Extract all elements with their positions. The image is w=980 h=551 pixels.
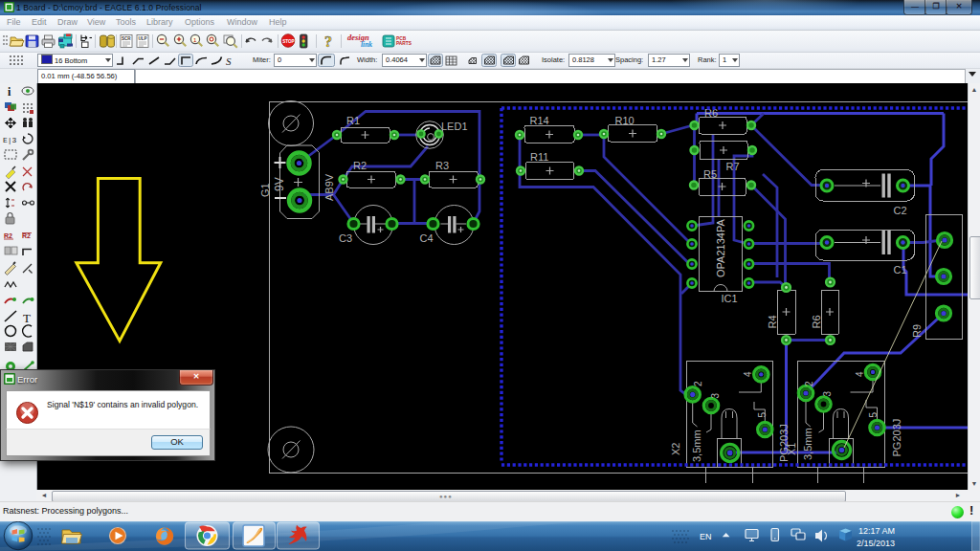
svg-text:4: 4 <box>743 371 753 377</box>
svg-text:R9: R9 <box>911 324 923 338</box>
svg-text:OPA2134PA: OPA2134PA <box>715 219 726 277</box>
svg-text:R3: R3 <box>435 160 449 171</box>
svg-text:9V: 9V <box>273 177 286 191</box>
svg-text:IC1: IC1 <box>722 293 738 304</box>
svg-text:C4: C4 <box>420 232 434 244</box>
svg-text:5: 5 <box>757 412 768 418</box>
svg-text:i: i <box>8 85 11 99</box>
svg-text:R2: R2 <box>353 160 367 171</box>
svg-text:C3: C3 <box>339 232 352 244</box>
svg-text:C1: C1 <box>894 264 907 276</box>
svg-text:R1: R1 <box>346 115 360 126</box>
svg-text:R6: R6 <box>811 315 822 328</box>
svg-text:3,5mm: 3,5mm <box>691 430 702 462</box>
svg-text:T: T <box>23 311 31 325</box>
svg-text:?: ? <box>324 33 332 50</box>
svg-text:LED1: LED1 <box>441 121 468 132</box>
svg-text:3: 3 <box>822 391 833 397</box>
svg-text:PARTS: PARTS <box>396 41 412 46</box>
svg-text:ULP: ULP <box>139 36 147 41</box>
svg-text:S: S <box>226 55 232 67</box>
svg-text:5: 5 <box>868 412 879 418</box>
svg-text:4: 4 <box>855 371 865 377</box>
svg-text:2: 2 <box>693 381 703 386</box>
svg-text:R11: R11 <box>530 151 548 163</box>
svg-text:X2: X2 <box>670 443 681 455</box>
svg-text:12:17 AM: 12:17 AM <box>858 526 895 536</box>
svg-text:3,5mm: 3,5mm <box>802 428 813 460</box>
svg-text:link: link <box>361 40 372 49</box>
svg-text:PCB: PCB <box>396 36 407 41</box>
svg-text:3: 3 <box>710 393 721 399</box>
svg-text:AB9V: AB9V <box>323 173 335 201</box>
svg-text:R6: R6 <box>704 107 718 119</box>
svg-text:R2: R2 <box>4 232 12 239</box>
svg-text:PG203J: PG203J <box>891 419 902 457</box>
svg-text:R7: R7 <box>726 161 740 172</box>
svg-text:SCR: SCR <box>122 36 131 41</box>
svg-text:2: 2 <box>804 381 814 386</box>
svg-text:R4: R4 <box>767 315 778 328</box>
svg-text:R2: R2 <box>22 232 31 239</box>
svg-text:STOP: STOP <box>282 39 294 44</box>
svg-text:X1: X1 <box>786 443 797 455</box>
svg-text:C2: C2 <box>894 205 907 216</box>
svg-text:EN: EN <box>700 532 712 541</box>
svg-text:R5: R5 <box>703 168 717 180</box>
svg-text:E|3: E|3 <box>3 136 17 144</box>
svg-text:G1: G1 <box>259 183 271 197</box>
svg-text:R14: R14 <box>530 115 549 126</box>
svg-text:R10: R10 <box>615 115 635 126</box>
svg-text:2/15/2013: 2/15/2013 <box>857 539 895 548</box>
